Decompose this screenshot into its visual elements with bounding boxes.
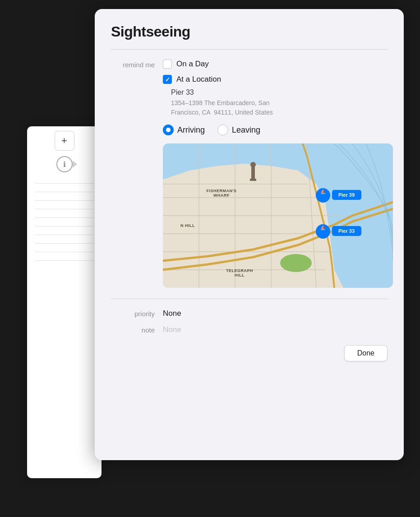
sidebar-divider-4: [35, 209, 94, 209]
sidebar-list: [35, 183, 94, 261]
arriving-radio[interactable]: [163, 125, 174, 135]
dialog-title: Sightseeing: [111, 23, 388, 40]
done-button[interactable]: Done: [344, 345, 388, 361]
arrival-leaving-row: Arriving Leaving: [163, 125, 388, 135]
remind-options: On a Day At a Location: [163, 60, 221, 84]
on-a-day-checkbox[interactable]: [163, 60, 172, 69]
svg-text:WHARF: WHARF: [213, 193, 230, 198]
sidebar-divider-7: [35, 235, 94, 235]
sidebar-divider-8: [35, 243, 94, 244]
sidebar-divider-3: [35, 200, 94, 201]
map-svg: FISHERMAN'S WHARF N HILL TELEGRAPH HILL …: [163, 143, 393, 288]
svg-text:FISHERMAN'S: FISHERMAN'S: [206, 189, 236, 193]
leaving-label: Leaving: [232, 125, 260, 135]
svg-text:HILL: HILL: [235, 273, 245, 277]
location-name: Pier 33: [171, 88, 388, 97]
svg-rect-16: [250, 179, 256, 181]
priority-value[interactable]: None: [163, 309, 181, 318]
arriving-option[interactable]: Arriving: [163, 125, 205, 135]
location-address: 1354–1398 The Embarcadero, SanFrancisco,…: [171, 98, 388, 117]
priority-row: priority None: [111, 309, 388, 318]
sidebar-divider-5: [35, 217, 94, 218]
on-a-day-row[interactable]: On a Day: [163, 60, 221, 69]
map-container[interactable]: FISHERMAN'S WHARF N HILL TELEGRAPH HILL …: [163, 143, 393, 288]
remind-label: remind me: [111, 60, 163, 69]
note-label: note: [111, 326, 163, 334]
sidebar-divider-10: [35, 260, 94, 261]
leaving-radio[interactable]: [217, 125, 228, 135]
on-a-day-label: On a Day: [176, 60, 209, 69]
sidebar-divider-6: [35, 226, 94, 226]
at-a-location-checkbox[interactable]: [163, 75, 172, 84]
arriving-label: Arriving: [177, 125, 205, 135]
sidebar-divider-9: [35, 252, 94, 252]
svg-text:N HILL: N HILL: [180, 223, 195, 228]
info-icon: ℹ: [63, 160, 66, 169]
sidebar: + ℹ: [27, 126, 102, 478]
info-button[interactable]: ℹ: [56, 156, 73, 172]
title-divider: [111, 49, 388, 50]
location-details: Pier 33 1354–1398 The Embarcadero, SanFr…: [171, 88, 388, 117]
svg-text:TELEGRAPH: TELEGRAPH: [226, 268, 253, 273]
svg-point-13: [280, 254, 312, 272]
note-value[interactable]: None: [163, 325, 181, 334]
svg-point-15: [250, 162, 256, 167]
svg-text:Pier 39: Pier 39: [338, 192, 355, 198]
add-button[interactable]: +: [55, 131, 74, 151]
sidebar-divider-1: [35, 183, 94, 184]
svg-text:Pier 33: Pier 33: [338, 228, 355, 234]
svg-text:⛵: ⛵: [320, 189, 326, 194]
svg-rect-14: [251, 166, 255, 180]
done-button-row: Done: [111, 345, 388, 361]
at-a-location-row[interactable]: At a Location: [163, 75, 221, 84]
leaving-option[interactable]: Leaving: [217, 125, 260, 135]
reminder-dialog: Sightseeing remind me On a Day At a Loca…: [95, 9, 404, 460]
plus-icon: +: [61, 135, 67, 147]
bottom-section: priority None note None: [111, 299, 388, 334]
svg-text:⛵: ⛵: [320, 225, 326, 231]
remind-section: remind me On a Day At a Location: [111, 60, 388, 84]
at-a-location-label: At a Location: [176, 75, 221, 84]
note-row: note None: [111, 325, 388, 334]
sidebar-divider-2: [35, 192, 94, 192]
priority-label: priority: [111, 310, 163, 318]
